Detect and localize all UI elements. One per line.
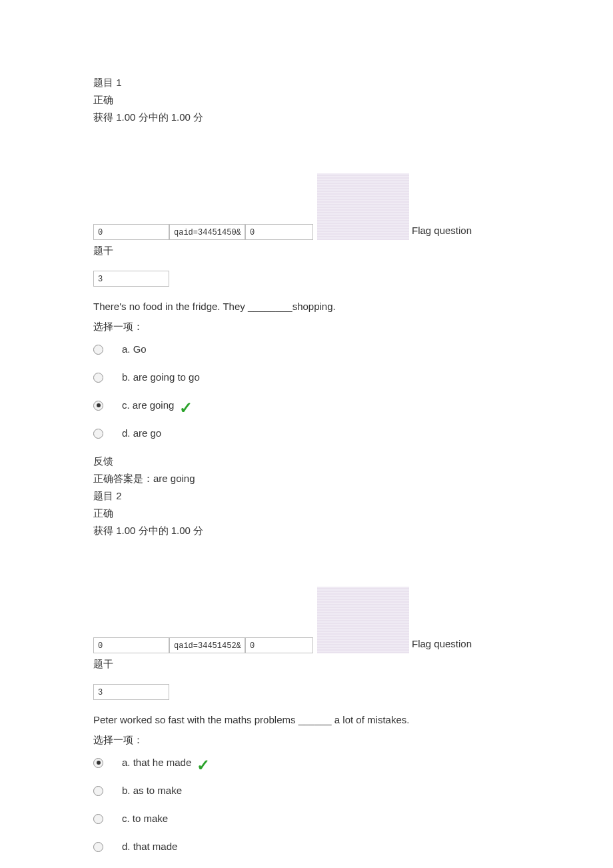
q1-stem-input[interactable]: 3 [93,271,169,287]
q2-title: 题目 2 [93,488,520,504]
q2-status: 正确 [93,505,520,521]
q1-option-c[interactable]: c. are going ✓ [93,397,520,413]
q1-feedback-label: 反馈 [93,453,520,469]
q1-option-a[interactable]: a. Go [93,341,520,357]
q2-meta-input-c[interactable]: 0 [245,637,313,653]
q1-flag-panel[interactable] [317,173,409,240]
q2-option-b[interactable]: b. as to make [93,783,520,799]
q2-option-a[interactable]: a. that he made ✓ [93,755,520,771]
q2-text: Peter worked so fast with the maths prob… [93,712,520,728]
q1-flag-label[interactable]: Flag question [412,223,472,240]
q1-option-c-label: c. are going [122,397,174,413]
q1-meta-input-b[interactable]: qaid=34451450& [169,224,245,240]
q2-option-c-label: c. to make [122,811,168,827]
q2-option-d-label: d. that made [122,839,177,855]
q1-option-b[interactable]: b. are going to go [93,369,520,385]
q1-status: 正确 [93,92,520,108]
q2-score: 获得 1.00 分中的 1.00 分 [93,523,520,539]
q1-title: 题目 1 [93,75,520,91]
radio-icon-checked[interactable] [93,401,103,411]
q1-stem-label: 题干 [93,243,520,259]
radio-icon[interactable] [93,842,103,852]
q1-option-b-label: b. are going to go [122,369,200,385]
q1-text: There's no food in the fridge. They ____… [93,299,520,315]
q2-stem-input[interactable]: 3 [93,684,169,700]
q2-select-label: 选择一项： [93,732,520,748]
checkmark-icon: ✓ [197,757,210,773]
q1-option-d[interactable]: d. are go [93,425,520,441]
q2-flag-panel[interactable] [317,587,409,653]
radio-icon[interactable] [93,373,103,383]
q2-meta-input-a[interactable]: 0 [93,637,169,653]
q1-select-label: 选择一项： [93,319,520,335]
q2-option-a-label: a. that he made [122,755,191,771]
q2-option-d[interactable]: d. that made [93,839,520,855]
q2-option-c[interactable]: c. to make [93,811,520,827]
radio-icon[interactable] [93,345,103,355]
q2-flag-label[interactable]: Flag question [412,636,472,653]
q1-option-d-label: d. are go [122,425,161,441]
q1-meta-row: 0 qaid=34451450& 0 Flag question [93,173,520,240]
q1-meta-input-c[interactable]: 0 [245,224,313,240]
q2-meta-input-b[interactable]: qaid=34451452& [169,637,245,653]
q2-meta-row: 0 qaid=34451452& 0 Flag question [93,587,520,653]
q1-score: 获得 1.00 分中的 1.00 分 [93,109,520,125]
radio-icon[interactable] [93,429,103,439]
q1-option-a-label: a. Go [122,341,147,357]
radio-icon[interactable] [93,814,103,824]
q1-meta-input-a[interactable]: 0 [93,224,169,240]
quiz-page: 题目 1 正确 获得 1.00 分中的 1.00 分 0 qaid=344514… [0,0,613,868]
radio-icon[interactable] [93,786,103,796]
radio-icon-checked[interactable] [93,758,103,768]
q2-stem-label: 题干 [93,656,520,672]
checkmark-icon: ✓ [179,400,193,416]
q1-correct-answer: 正确答案是：are going [93,471,520,487]
q2-option-b-label: b. as to make [122,783,182,799]
